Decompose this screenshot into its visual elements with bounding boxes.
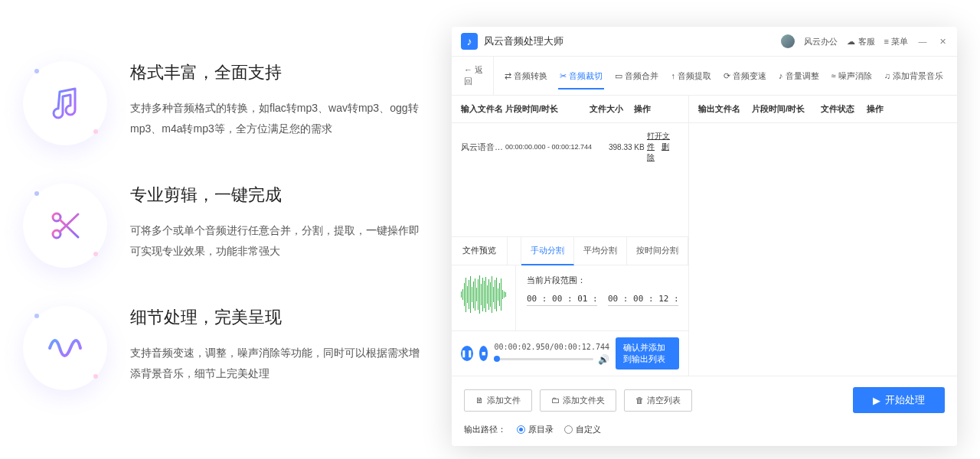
- tool-extract[interactable]: ↑ 音频提取: [666, 63, 716, 90]
- input-panel: 输入文件名 片段时间/时长 文件大小 操作 风云语音_91.. 00:00:00…: [452, 96, 689, 376]
- tool-convert[interactable]: ⇄ 音频转换: [500, 63, 552, 90]
- tab-manual[interactable]: 手动分割: [521, 237, 574, 265]
- minimize-button[interactable]: —: [917, 37, 928, 46]
- tool-bgm[interactable]: ♫ 添加背景音乐: [880, 63, 948, 90]
- file-icon: 🗎: [475, 396, 484, 405]
- trash-icon: 🗑: [635, 396, 644, 405]
- play-icon: ▶: [873, 395, 880, 406]
- col-header: 输入文件名: [461, 103, 505, 115]
- app-logo-icon: ♪: [461, 33, 478, 50]
- col-header: 文件状态: [821, 103, 867, 115]
- time-end-input[interactable]: [608, 292, 678, 306]
- feature-desc: 支持音频变速，调整，噪声消除等功能，同时可以根据需求增添背景音乐，细节上完美处理: [130, 343, 421, 383]
- close-button[interactable]: ✕: [937, 37, 948, 47]
- col-header: 片段时间/时长: [752, 103, 821, 115]
- waveform-display[interactable]: [461, 275, 506, 314]
- user-name[interactable]: 风云办公: [804, 36, 838, 47]
- output-panel: 输出文件名 片段时间/时长 文件状态 操作: [689, 96, 957, 376]
- col-header: 输出文件名: [698, 103, 752, 115]
- output-path-label: 输出路径：: [464, 424, 506, 435]
- titlebar: ♪ 风云音频处理大师 风云办公 ☁ 客服 ≡ 菜单 — ✕: [452, 27, 957, 57]
- feature-title: 专业剪辑，一键完成: [130, 184, 421, 207]
- cell-name: 风云语音_91..: [461, 142, 505, 153]
- start-button[interactable]: ▶开始处理: [853, 387, 945, 413]
- playback-time: 00:00:02.950/00:00:12.744: [494, 343, 609, 351]
- volume-icon[interactable]: 🔊: [598, 354, 609, 365]
- col-header: 操作: [867, 103, 948, 115]
- radio-source-dir[interactable]: 原目录: [517, 424, 554, 435]
- toolbar: ← 返回 ⇄ 音频转换 ✂ 音频裁切 ▭ 音频合并 ↑ 音频提取 ⟳ 音频变速 …: [452, 57, 957, 96]
- tab-bytime[interactable]: 按时间分割: [627, 237, 688, 265]
- radio-custom-dir[interactable]: 自定义: [564, 424, 601, 435]
- feature-item: 格式丰富，全面支持 支持多种音频格式的转换，如flac转mp3、wav转mp3、…: [23, 61, 421, 145]
- tool-cut[interactable]: ✂ 音频裁切: [555, 63, 607, 90]
- menu-link[interactable]: ≡ 菜单: [884, 36, 908, 47]
- progress-slider[interactable]: [494, 358, 593, 360]
- feature-desc: 支持多种音频格式的转换，如flac转mp3、wav转mp3、ogg转mp3、m4…: [130, 98, 421, 138]
- app-window: ♪ 风云音频处理大师 风云办公 ☁ 客服 ≡ 菜单 — ✕ ← 返回 ⇄ 音频转…: [452, 27, 957, 446]
- col-header: 片段时间/时长: [505, 103, 590, 115]
- avatar[interactable]: [781, 34, 795, 48]
- preview-label: 文件预览: [452, 237, 508, 265]
- app-title: 风云音频处理大师: [484, 34, 781, 48]
- scissors-icon: [23, 184, 107, 268]
- features-list: 格式丰富，全面支持 支持多种音频格式的转换，如flac转mp3、wav转mp3、…: [23, 27, 421, 446]
- service-link[interactable]: ☁ 客服: [847, 36, 874, 47]
- preview-panel: 文件预览 手动分割 平均分割 按时间分割 当前片段范围：: [452, 236, 688, 376]
- col-header: 操作: [634, 103, 679, 115]
- confirm-button[interactable]: 确认并添加到输出列表: [616, 337, 679, 369]
- music-note-icon: [23, 61, 107, 145]
- cell-time: 00:00:00.000 - 00:00:12.744: [505, 143, 609, 151]
- clear-button[interactable]: 🗑清空列表: [624, 389, 692, 412]
- stop-button[interactable]: ■: [479, 346, 488, 361]
- tool-merge[interactable]: ▭ 音频合并: [610, 63, 663, 90]
- feature-title: 细节处理，完美呈现: [130, 306, 421, 329]
- back-button[interactable]: ← 返回: [461, 57, 494, 95]
- waveform-icon: [23, 306, 107, 390]
- feature-item: 专业剪辑，一键完成 可将多个或单个音频进行任意合并，分割，提取，一键操作即可实现…: [23, 184, 421, 268]
- feature-desc: 可将多个或单个音频进行任意合并，分割，提取，一键操作即可实现专业效果，功能非常强…: [130, 220, 421, 261]
- tool-denoise[interactable]: ≈ 噪声消除: [827, 63, 877, 90]
- time-start-input[interactable]: [527, 292, 597, 306]
- tab-average[interactable]: 平均分割: [574, 237, 627, 265]
- table-row[interactable]: 风云语音_91.. 00:00:00.000 - 00:00:12.744 39…: [452, 123, 688, 171]
- add-folder-button[interactable]: 🗀添加文件夹: [540, 389, 616, 412]
- feature-item: 细节处理，完美呈现 支持音频变速，调整，噪声消除等功能，同时可以根据需求增添背景…: [23, 306, 421, 390]
- range-label: 当前片段范围：: [527, 275, 678, 286]
- folder-icon: 🗀: [551, 396, 560, 405]
- feature-title: 格式丰富，全面支持: [130, 61, 421, 84]
- add-file-button[interactable]: 🗎添加文件: [464, 389, 532, 412]
- col-header: 文件大小: [590, 103, 634, 115]
- tool-volume[interactable]: ♪ 音量调整: [774, 63, 824, 90]
- tool-speed[interactable]: ⟳ 音频变速: [719, 63, 771, 90]
- pause-button[interactable]: ❚❚: [461, 346, 473, 361]
- cell-size: 398.33 KB: [609, 143, 647, 151]
